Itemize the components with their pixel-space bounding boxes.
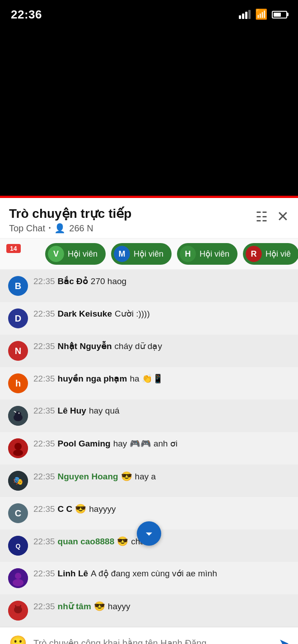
msg-author: nhữ tâm: [58, 601, 91, 612]
msg-text: hayyy: [108, 602, 290, 612]
top-chat-label: Top Chat: [9, 223, 45, 234]
msg-time: 22:35: [33, 569, 55, 579]
message-content: 22:35 huyền nga phạm ha 👏📱: [33, 373, 290, 384]
msg-text: cháy dữ dạy: [115, 341, 290, 351]
msg-text: ha 👏📱: [130, 373, 290, 384]
video-player[interactable]: [0, 24, 298, 196]
msg-time: 22:35: [33, 341, 55, 351]
dot-separator: •: [49, 225, 51, 231]
message-content: 22:35 C C 😎 hayyyy: [33, 503, 290, 514]
adjust-icon[interactable]: ☷: [256, 209, 268, 225]
msg-text: 270 haog: [91, 276, 290, 286]
msg-text: hay quá: [89, 406, 290, 416]
msg-author: Pool Gaming: [58, 439, 111, 449]
chat-messages-list: B 22:35 Bắc Đỏ 270 haog D 22:35 Dark Kei…: [0, 270, 298, 627]
msg-time: 22:35: [33, 472, 55, 482]
badge-item-2[interactable]: M Hội viên: [111, 243, 172, 265]
chat-subtitle: Top Chat • 👤 266 N: [9, 223, 131, 234]
message-content: 22:35 Dark Keisuke Cười :)))): [33, 308, 290, 319]
list-item: B 22:35 Bắc Đỏ 270 haog: [0, 270, 298, 302]
msg-emoji: 😎: [94, 601, 105, 612]
status-time: 22:36: [11, 8, 42, 22]
message-content: 22:35 Pool Gaming hay 🎮🎮 anh ơi: [33, 438, 290, 449]
badge-item-4[interactable]: R Hội viê: [243, 243, 298, 265]
msg-author: Nhật Nguyễn: [58, 341, 112, 351]
msg-author: Nguyen Hoang: [58, 472, 118, 482]
close-icon[interactable]: ✕: [277, 208, 289, 225]
wifi-icon: 📶: [255, 9, 267, 20]
chat-input[interactable]: [33, 638, 272, 644]
emoji-button[interactable]: 🙂: [9, 635, 27, 644]
message-content: 22:35 quan cao8888 😎 chat: [33, 536, 290, 547]
list-item: 22:35 Linh Lê A độ đang xem cùng với ae …: [0, 562, 298, 594]
avatar: C: [8, 503, 28, 523]
avatar: [8, 406, 28, 426]
member-badges-list: V Hội viên M Hội viên H Hội viên R Hội v…: [5, 243, 298, 265]
msg-text: Cười :)))): [115, 308, 290, 319]
chat-input-area: 🙂 ➤: [0, 627, 298, 644]
message-content: 22:35 nhữ tâm 😎 hayyy: [33, 601, 290, 612]
list-item: h 22:35 huyền nga phạm ha 👏📱: [0, 367, 298, 400]
msg-author: Bắc Đỏ: [58, 276, 88, 286]
avatar: Q: [8, 536, 28, 556]
msg-text: hayyyy: [89, 504, 290, 514]
badge-label-1: Hội viên: [68, 249, 98, 259]
msg-author: Linh Lê: [58, 569, 88, 579]
list-item: 🎭 22:35 Nguyen Hoang 😎 hay a: [0, 465, 298, 497]
msg-time: 22:35: [33, 537, 55, 547]
signal-icon: [239, 10, 251, 19]
status-bar: 22:36 📶: [0, 0, 298, 24]
svg-point-12: [15, 573, 21, 579]
send-button[interactable]: ➤: [279, 636, 289, 644]
msg-time: 22:35: [33, 276, 55, 286]
list-item: D 22:35 Dark Keisuke Cười :)))): [0, 302, 298, 335]
svg-line-16: [15, 605, 16, 608]
list-item: 22:35 Lê Huy hay quá: [0, 400, 298, 432]
msg-time: 22:35: [33, 309, 55, 319]
member-badges-section: 14 V Hội viên M Hội viên H Hội viên R Hộ…: [0, 239, 298, 270]
msg-time: 22:35: [33, 439, 55, 449]
msg-emoji: 😎: [75, 503, 86, 514]
kenh14-badge: 14: [6, 244, 21, 253]
msg-author: C C: [58, 504, 73, 514]
avatar: [8, 568, 28, 588]
msg-text: A độ đang xem cùng với ae mình: [91, 568, 290, 579]
badge-avatar-2: M: [114, 246, 130, 262]
viewer-icon: 👤: [54, 223, 65, 234]
badge-item-1[interactable]: V Hội viên: [45, 243, 106, 265]
list-item: 22:35 Pool Gaming hay 🎮🎮 anh ơi: [0, 432, 298, 465]
avatar: [8, 438, 28, 458]
svg-point-3: [19, 413, 20, 414]
msg-time: 22:35: [33, 406, 55, 416]
badge-label-2: Hội viên: [134, 249, 163, 259]
msg-text: hay a: [135, 472, 290, 482]
svg-point-13: [13, 579, 23, 586]
battery-icon: [272, 11, 287, 18]
msg-time: 22:35: [33, 602, 55, 612]
messages-container: B 22:35 Bắc Đỏ 270 haog D 22:35 Dark Kei…: [0, 270, 298, 627]
avatar: N: [8, 341, 28, 361]
msg-author: quan cao8888: [58, 537, 115, 547]
avatar: B: [8, 276, 28, 296]
message-content: 22:35 Bắc Đỏ 270 haog: [33, 276, 290, 286]
svg-point-5: [14, 443, 22, 450]
svg-line-17: [20, 605, 21, 608]
scroll-down-button[interactable]: [137, 521, 161, 546]
list-item: 22:35 nhữ tâm 😎 hayyy: [0, 594, 298, 627]
msg-text: hay 🎮🎮 anh ơi: [113, 438, 290, 449]
badge-label-4: Hội viê: [265, 249, 291, 259]
msg-author: Lê Huy: [58, 406, 86, 416]
message-content: 22:35 Linh Lê A độ đang xem cùng với ae …: [33, 568, 290, 579]
msg-emoji: 😎: [121, 471, 132, 482]
msg-emoji: 😎: [117, 536, 128, 547]
list-item: N 22:35 Nhật Nguyễn cháy dữ dạy: [0, 335, 298, 367]
badge-avatar-1: V: [48, 246, 64, 262]
badge-avatar-4: R: [246, 246, 262, 262]
msg-author: huyền nga phạm: [58, 373, 127, 384]
msg-time: 22:35: [33, 504, 55, 514]
chat-title: Trò chuyện trực tiếp: [9, 206, 131, 221]
chat-header: Trò chuyện trực tiếp Top Chat • 👤 266 N …: [0, 198, 298, 239]
badge-label-3: Hội viên: [200, 249, 229, 259]
avatar: 🎭: [8, 471, 28, 491]
badge-item-3[interactable]: H Hội viên: [177, 243, 237, 265]
